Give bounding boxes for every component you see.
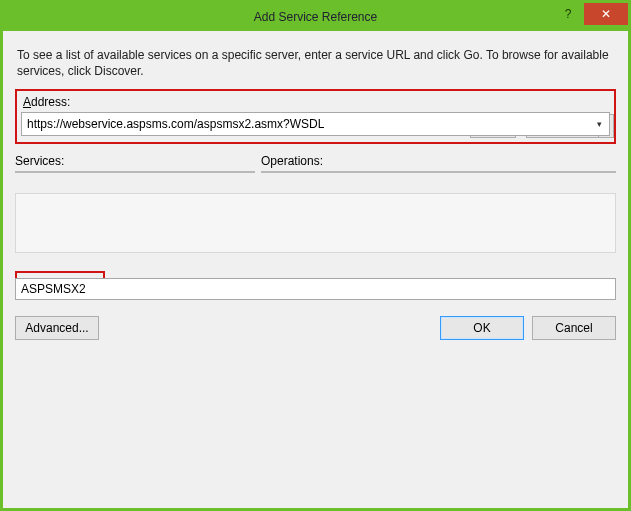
namespace-input[interactable] (15, 278, 616, 300)
close-icon[interactable]: ✕ (584, 3, 628, 25)
services-label: Services: (15, 154, 255, 168)
chevron-down-icon[interactable]: ▾ (589, 113, 609, 135)
address-combo[interactable]: ▾ (21, 112, 610, 136)
dialog-window: Add Service Reference ? ✕ To see a list … (0, 0, 631, 511)
titlebar: Add Service Reference ? ✕ (3, 3, 628, 31)
help-icon[interactable]: ? (553, 3, 583, 25)
operations-label: Operations: (261, 154, 616, 168)
cancel-button[interactable]: Cancel (532, 316, 616, 340)
dialog-body: To see a list of available services on a… (3, 31, 628, 508)
address-highlight: Address: ▾ (15, 89, 616, 144)
address-input[interactable] (21, 112, 610, 136)
window-title: Add Service Reference (3, 10, 628, 24)
address-label: Address: (23, 95, 610, 109)
advanced-button[interactable]: Advanced... (15, 316, 99, 340)
ok-button[interactable]: OK (440, 316, 524, 340)
window-controls: ? ✕ (552, 3, 628, 31)
status-area (15, 193, 616, 253)
panes-row: Services: Operations: (15, 154, 616, 173)
dialog-button-row: Advanced... OK Cancel (15, 316, 616, 340)
instructions-text: To see a list of available services on a… (17, 47, 614, 79)
namespace-row: Namespace: (15, 271, 616, 300)
